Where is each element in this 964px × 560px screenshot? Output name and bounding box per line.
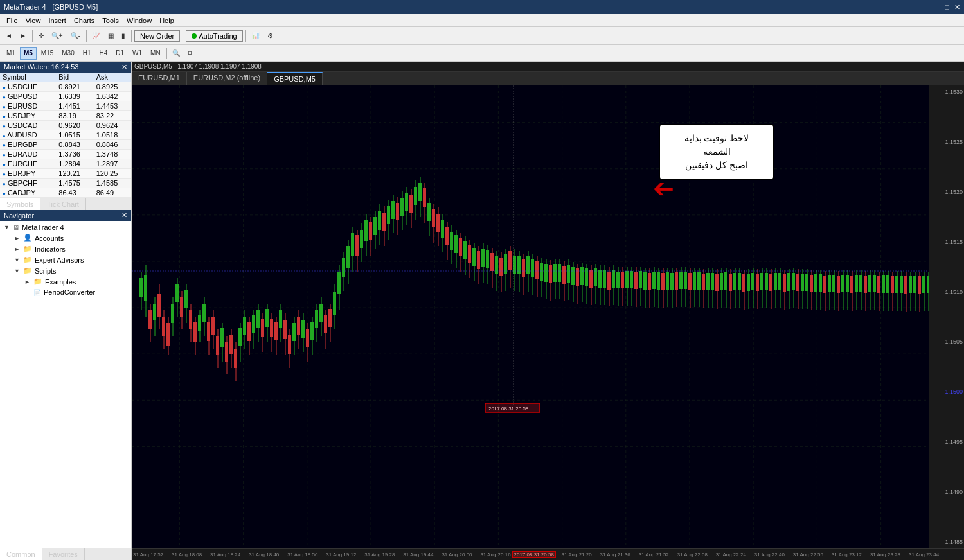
market-watch-row[interactable]: ● GBPCHF 1.4575 1.4585 <box>0 179 131 188</box>
chart-container[interactable]: 2017.08.31 20:58 لاحظ توقيت بداية الشمعه… <box>132 85 964 548</box>
tf-btn-w1[interactable]: W1 <box>129 47 146 60</box>
auto-trading-btn[interactable]: AutoTrading <box>186 30 243 42</box>
menu-help[interactable]: Help <box>156 17 178 24</box>
svg-rect-159 <box>445 227 449 245</box>
tf-btn-h1[interactable]: H1 <box>79 47 95 60</box>
svg-rect-309 <box>783 274 786 292</box>
close-btn[interactable]: ✕ <box>954 3 960 12</box>
market-watch-close-icon[interactable]: ✕ <box>121 63 127 71</box>
chart-tab-eurusd-m2[interactable]: EURUSD,M2 (offline) <box>187 72 267 85</box>
tf-btn-m30[interactable]: M30 <box>58 47 78 60</box>
mw-symbol: ● USDCAD <box>0 121 56 130</box>
tf-btn-h4[interactable]: H4 <box>96 47 112 60</box>
market-watch-row[interactable]: ● EURUSD 1.4451 1.4453 <box>0 101 131 111</box>
nav-item-experts[interactable]: ▼ 📁 Expert Advisors <box>1 254 130 265</box>
svg-rect-77 <box>261 319 264 337</box>
market-watch-row[interactable]: ● USDJPY 83.19 83.22 <box>0 111 131 121</box>
separator2 <box>86 30 87 42</box>
tf-separator <box>166 48 167 59</box>
chart-bar-btn[interactable]: ▦ <box>105 29 117 43</box>
svg-rect-359 <box>895 276 898 293</box>
svg-rect-195 <box>526 256 530 274</box>
time-17: 31 Aug 22:40 <box>747 552 786 557</box>
market-watch-row[interactable]: ● EURAUD 1.3736 1.3748 <box>0 150 131 159</box>
svg-rect-349 <box>873 275 876 292</box>
market-watch-row[interactable]: ● EURJPY 120.21 120.25 <box>0 169 131 179</box>
svg-rect-155 <box>436 214 440 232</box>
window-controls[interactable]: — □ ✕ <box>933 3 960 12</box>
price-3: 1.1520 <box>931 189 963 195</box>
nav-item-scripts[interactable]: ▼ 📁 Scripts <box>1 265 130 276</box>
market-watch-row[interactable]: ● USDCAD 0.9620 0.9624 <box>0 121 131 130</box>
svg-rect-191 <box>517 256 521 274</box>
market-watch-row[interactable]: ● CADJPY 86.43 86.49 <box>0 188 131 198</box>
chart-info-bar: GBPUSD,M5 1.1907 1.1908 1.1907 1.1908 <box>132 62 964 72</box>
nav-item-examples[interactable]: ► 📁 Examples <box>1 276 130 287</box>
nav-item-root[interactable]: ▼ 🖥 MetaTrader 4 <box>1 222 130 232</box>
chart-line-btn[interactable]: 📈 <box>89 29 103 43</box>
chart-tab-gbpusd-m5[interactable]: GBPUSD,M5 <box>267 72 323 85</box>
expand-icon-scripts: ▼ <box>14 268 21 274</box>
svg-rect-367 <box>913 276 916 293</box>
computer-icon: 🖥 <box>13 224 19 231</box>
gear-icon-btn[interactable]: ⚙ <box>184 46 196 60</box>
market-watch-row[interactable]: ● GBPUSD 1.6339 1.6342 <box>0 92 131 101</box>
nav-back-btn[interactable]: ◄ <box>3 29 15 43</box>
menu-tools[interactable]: Tools <box>98 17 123 24</box>
tf-btn-m5[interactable]: M5 <box>20 47 37 60</box>
svg-rect-79 <box>265 309 269 327</box>
maximize-btn[interactable]: □ <box>945 3 949 12</box>
zoom-in-btn[interactable]: 🔍+ <box>48 29 66 43</box>
tf-btn-m1[interactable]: M1 <box>3 47 19 60</box>
svg-rect-197 <box>531 259 534 277</box>
navigator-close-icon[interactable]: ✕ <box>121 211 127 220</box>
nav-item-indicators[interactable]: ► 📁 Indicators <box>1 243 130 254</box>
menu-charts[interactable]: Charts <box>70 17 98 24</box>
menu-insert[interactable]: Insert <box>44 17 70 24</box>
nav-item-accounts[interactable]: ► 👤 Accounts <box>1 232 130 243</box>
indicators-btn[interactable]: 📊 <box>249 29 263 43</box>
mw-ask: 120.25 <box>94 169 131 179</box>
menu-file[interactable]: File <box>3 17 22 24</box>
navigator-tabs: Common Favorites <box>0 548 131 560</box>
nav-tab-favorites[interactable]: Favorites <box>42 548 85 560</box>
mw-tab-tick[interactable]: Tick Chart <box>40 198 86 210</box>
svg-rect-299 <box>760 273 763 290</box>
market-watch-row[interactable]: ● EURCHF 1.2894 1.2897 <box>0 159 131 169</box>
tf-btn-mn[interactable]: MN <box>147 47 165 60</box>
svg-rect-277 <box>711 273 714 290</box>
svg-rect-147 <box>418 183 422 201</box>
menu-view[interactable]: View <box>22 17 45 24</box>
svg-rect-173 <box>477 251 480 269</box>
nav-tab-common[interactable]: Common <box>0 548 42 560</box>
crosshair-btn[interactable]: ✛ <box>35 29 47 43</box>
search-icon-btn[interactable]: 🔍 <box>169 46 183 60</box>
nav-fwd-btn[interactable]: ► <box>17 29 30 43</box>
nav-item-period-converter[interactable]: 📄 PeriodConverter <box>1 287 130 297</box>
mw-tab-symbols[interactable]: Symbols <box>0 198 40 210</box>
zoom-out-btn[interactable]: 🔍- <box>67 29 84 43</box>
minimize-btn[interactable]: — <box>933 3 940 12</box>
new-order-btn[interactable]: New Order <box>134 30 180 42</box>
market-watch-row[interactable]: ● USDCHF 0.8921 0.8925 <box>0 82 131 92</box>
options-btn[interactable]: ⚙ <box>264 29 276 43</box>
svg-rect-187 <box>508 251 512 270</box>
chart-tab-eurusd-m1[interactable]: EURUSD,M1 <box>132 72 187 85</box>
chart-canvas: 2017.08.31 20:58 <box>132 85 929 548</box>
title-bar: MetaTrader 4 - [GBPUSD,M5] — □ ✕ <box>0 0 964 14</box>
menu-window[interactable]: Window <box>123 17 156 24</box>
col-bid: Bid <box>56 73 93 82</box>
tf-btn-m15[interactable]: M15 <box>37 47 57 60</box>
market-watch-table: Symbol Bid Ask ● USDCHF 0.8921 0.8925 ● … <box>0 73 131 198</box>
chart-candle-btn[interactable]: ▮ <box>118 29 129 43</box>
svg-rect-343 <box>859 275 862 292</box>
navigator-header: Navigator ✕ <box>0 210 131 221</box>
svg-rect-325 <box>819 274 822 292</box>
mw-symbol: ● EURUSD <box>0 101 56 111</box>
market-watch-row[interactable]: ● EURGBP 0.8843 0.8846 <box>0 140 131 150</box>
svg-rect-105 <box>324 315 327 333</box>
tf-btn-d1[interactable]: D1 <box>112 47 128 60</box>
svg-rect-207 <box>553 264 557 282</box>
market-watch-row[interactable]: ● AUDUSD 1.0515 1.0518 <box>0 130 131 140</box>
svg-rect-263 <box>679 272 683 289</box>
